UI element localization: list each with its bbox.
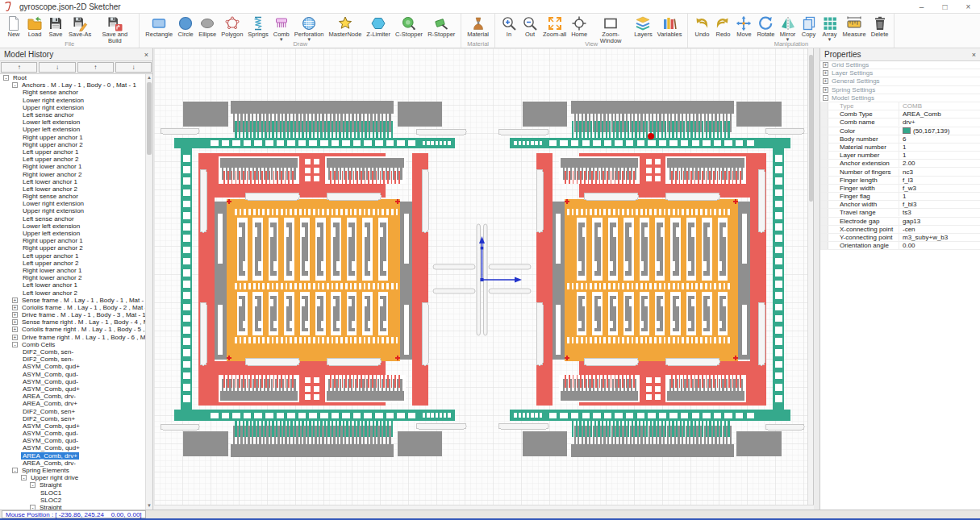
property-value[interactable]: AREA_Comb — [899, 110, 941, 118]
property-row-color[interactable]: Color(50,167,139) — [820, 127, 980, 135]
tree-item-label[interactable]: Right upper anchor 2 — [21, 244, 85, 252]
canvas-drawing[interactable] — [154, 48, 808, 505]
gyro-structure-right[interactable] — [498, 101, 804, 457]
property-row-y-connecting-point[interactable]: Y-connecting pointm3_suby+w_b3 — [820, 234, 980, 242]
tree-item[interactable]: ASYM_Comb, qud- — [0, 371, 145, 378]
tree-item[interactable]: -Upper right drive — [0, 474, 145, 481]
tree-item-label[interactable]: ASYM_Comb, qud- — [21, 371, 80, 378]
property-row-type[interactable]: TypeCOMB — [820, 102, 980, 110]
scroll-up-icon[interactable]: ▲ — [146, 74, 152, 81]
tree-item-label[interactable]: Upper right drive — [29, 474, 80, 481]
property-row-travel-range[interactable]: Travel rangets3 — [820, 209, 980, 217]
expand-icon[interactable]: + — [12, 327, 18, 332]
expand-icon[interactable]: + — [12, 305, 18, 310]
tree-item-label[interactable]: AREA_Comb, drv- — [21, 393, 77, 400]
tree-item[interactable]: -Straight — [0, 504, 145, 510]
tree-item-label[interactable]: Right upper anchor 1 — [21, 237, 85, 244]
tree-item-label[interactable]: Right sense anchor — [21, 193, 80, 200]
property-value[interactable]: 6 — [899, 135, 906, 143]
tree-item-label[interactable]: ASYM_Comb, qud+ — [21, 422, 81, 430]
property-category-spring-settings[interactable]: +Spring Settings — [820, 86, 980, 94]
tree-item-label[interactable]: Root — [11, 74, 28, 81]
tree-item[interactable]: Left sense anchor — [0, 111, 145, 119]
property-value[interactable]: COMB — [899, 102, 922, 110]
tree-item[interactable]: DIF2_Comb, sen- — [0, 356, 145, 363]
property-row-orientation-angle[interactable]: Orientation angle0.00 — [820, 242, 980, 250]
property-value[interactable]: m3_suby+w_b3 — [899, 234, 948, 241]
tree-item[interactable]: Left lower anchor 2 — [0, 289, 145, 296]
property-value[interactable]: (50,167,139) — [899, 127, 949, 135]
tree-item-label[interactable]: ASYM_Comb, qud- — [21, 437, 80, 444]
toolbar-button-layers[interactable]: Layers — [632, 15, 655, 38]
property-row-comb-name[interactable]: Comb namedrv+ — [820, 119, 980, 127]
tree-item[interactable]: -Straight — [0, 481, 145, 489]
tree-item[interactable]: Right lower anchor 1 — [0, 267, 145, 274]
tree-item[interactable]: Right upper anchor 2 — [0, 244, 145, 252]
property-row-finger-flag[interactable]: Finger flag1 — [820, 193, 980, 201]
toolbar-button-mirror[interactable]: Mirror▼ — [778, 15, 799, 41]
tree-item[interactable]: +Drive frame . M . Lay - 1 , Body - 3 , … — [0, 311, 145, 318]
tree-item-label[interactable]: Left upper anchor 1 — [21, 252, 80, 260]
tree-item[interactable]: Lower left extension — [0, 119, 145, 126]
tree-item-label[interactable]: Right lower anchor 1 — [21, 163, 83, 170]
tree-item[interactable]: Right upper anchor 2 — [0, 141, 145, 148]
tree-item[interactable]: Upper left extension — [0, 126, 145, 133]
tree-item[interactable]: AREA_Comb, drv+ — [0, 400, 145, 407]
selected-node-marker[interactable] — [648, 133, 654, 139]
tree-item[interactable]: Left lower anchor 2 — [0, 185, 145, 193]
property-row-finger-length[interactable]: Finger lengthf_l3 — [820, 177, 980, 185]
property-row-number-of-fingers[interactable]: Number of fingersnc3 — [820, 168, 980, 176]
expand-icon[interactable]: + — [823, 62, 828, 68]
property-category-model-settings[interactable]: -Model Settings — [820, 94, 980, 102]
tree-item[interactable]: Right lower anchor 2 — [0, 274, 145, 281]
tree-item-label[interactable]: DIF2_Comb, sen+ — [21, 408, 77, 415]
toolbar-button-in[interactable]: In — [498, 15, 519, 38]
toolbar-button-rotate[interactable]: Rotate — [754, 15, 777, 38]
tree-item[interactable]: +Sense frame right . M . Lay - 1 , Body … — [0, 318, 145, 326]
toolbar-button-save-as[interactable]: Save-As — [66, 15, 94, 38]
tree-item[interactable]: Right lower anchor 1 — [0, 163, 145, 170]
tree-item[interactable]: -Anchors . M . Lay - 1 , Body - 0 , Mat … — [0, 81, 145, 89]
toolbar-button-springs[interactable]: Springs — [245, 15, 270, 38]
tree-item-label[interactable]: ASYM_Comb, qud- — [21, 430, 80, 437]
expand-icon[interactable]: + — [823, 87, 828, 93]
tree-item[interactable]: ASYM_Comb, qud+ — [0, 363, 145, 370]
property-category-grid-settings[interactable]: +Grid Settings — [820, 61, 980, 69]
canvas-vscrollbar-thumb[interactable] — [809, 55, 813, 202]
tree-item[interactable]: AREA_Comb, drv- — [0, 393, 145, 400]
tree-item-label[interactable]: Upper right extension — [21, 207, 85, 214]
expand-icon[interactable]: + — [12, 297, 18, 303]
tree-item-label[interactable]: Straight — [38, 504, 64, 510]
toolbar-button-delete[interactable]: Delete — [869, 15, 891, 38]
collapse-icon[interactable]: - — [21, 475, 27, 480]
tree-item-label[interactable]: SLOC1 — [39, 489, 63, 497]
collapse-icon[interactable]: - — [3, 75, 9, 81]
tree-item-label[interactable]: AREA_Comb, drv- — [21, 460, 77, 467]
tree-item[interactable]: Left lower anchor 1 — [0, 178, 145, 185]
minimize-button[interactable]: – — [910, 0, 933, 14]
collapse-icon[interactable]: - — [30, 482, 35, 488]
tree-item-label[interactable]: Drive frame right . M . Lay - 1 , Body -… — [20, 334, 145, 341]
collapse-icon[interactable]: - — [823, 95, 828, 101]
maximize-button[interactable]: □ — [933, 0, 957, 14]
property-value[interactable]: f_w3 — [899, 185, 916, 192]
tree-item-label[interactable]: Lower right extension — [21, 97, 85, 104]
toolbar-button-zoom-all[interactable]: Zoom-all — [540, 15, 569, 38]
tree-move-button-2[interactable]: ↓ — [39, 62, 75, 73]
tree-item-label[interactable]: ASYM_Comb, qud+ — [21, 363, 81, 370]
property-row-comb-type[interactable]: Comb TypeAREA_Comb — [820, 110, 980, 119]
property-row-layer-number[interactable]: Layer number1 — [820, 152, 980, 160]
toolbar-button-masternode[interactable]: MasterNode — [326, 15, 364, 38]
tree-item-label[interactable]: DIF2_Comb, sen+ — [21, 415, 77, 422]
tree-item[interactable]: +Sense frame . M . Lay - 1 , Body - 1 , … — [0, 297, 145, 304]
tree-item[interactable]: AREA_Comb, drv+ — [0, 452, 145, 460]
tree-item-label[interactable]: Right lower anchor 1 — [21, 267, 83, 274]
model-history-close-icon[interactable]: × — [144, 51, 148, 59]
tree-item[interactable]: DIF2_Comb, sen+ — [0, 407, 145, 414]
toolbar-button-measure[interactable]: Measure — [840, 15, 869, 38]
tree-item-label[interactable]: Left sense anchor — [21, 111, 76, 119]
tree-item-label[interactable]: Left lower anchor 2 — [21, 185, 79, 193]
tree-item[interactable]: DIF2_Comb, sen+ — [0, 415, 145, 422]
tree-item[interactable]: ASYM_Comb, qud- — [0, 430, 145, 437]
tree-item[interactable]: ASYM_Comb, qud- — [0, 378, 145, 385]
